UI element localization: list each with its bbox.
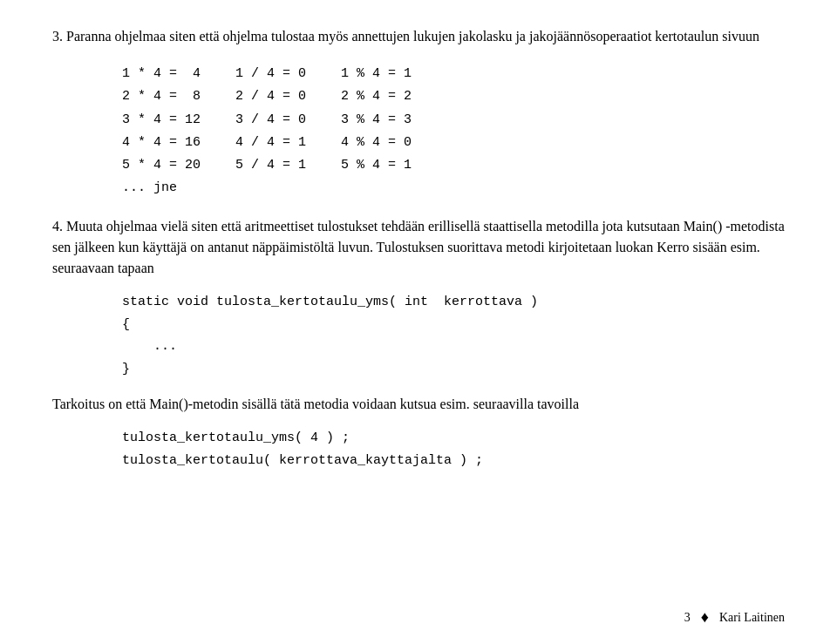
- code-line-1-2: {: [122, 314, 785, 336]
- paragraph-2-text: Tarkoitus on että Main()-metodin sisällä…: [52, 397, 579, 411]
- section-4-paragraph: 4. Muuta ohjelmaa vielä siten että aritm…: [52, 216, 785, 279]
- math-col-2: 1 / 4 = 0 2 / 4 = 0 3 / 4 = 0 4 / 4 = 1 …: [235, 63, 306, 177]
- code-line-2-1: tulosta_kertotaulu_yms( 4 ) ;: [122, 427, 785, 450]
- math-row-3-1: 1 % 4 = 1: [341, 63, 412, 85]
- code-line-1-3: ...: [122, 336, 785, 358]
- math-row-3-4: 4 % 4 = 0: [341, 132, 412, 154]
- math-table: 1 * 4 = 4 2 * 4 = 8 3 * 4 = 12 4 * 4 = 1…: [122, 63, 785, 177]
- code-line-2-3: tulosta_kertotaulu( kerrottava_kayttajal…: [122, 450, 785, 472]
- paragraph-2: Tarkoitus on että Main()-metodin sisällä…: [52, 394, 785, 415]
- code-block-1: static void tulosta_kertotaulu_yms( int …: [122, 291, 785, 380]
- code-block-2: tulosta_kertotaulu_yms( 4 ) ; tulosta_ke…: [122, 427, 785, 471]
- math-row-3-5: 5 % 4 = 1: [341, 154, 412, 177]
- section-4-text: Muuta ohjelmaa vielä siten että aritmeet…: [52, 219, 785, 275]
- math-row-2-1: 1 / 4 = 0: [235, 63, 306, 85]
- math-col-1: 1 * 4 = 4 2 * 4 = 8 3 * 4 = 12 4 * 4 = 1…: [122, 63, 201, 177]
- math-row-2-4: 4 / 4 = 1: [235, 132, 306, 154]
- code-line-1-1: static void tulosta_kertotaulu_yms( int …: [122, 291, 785, 314]
- math-col-3: 1 % 4 = 1 2 % 4 = 2 3 % 4 = 3 4 % 4 = 0 …: [341, 63, 412, 177]
- math-row-3-3: 3 % 4 = 3: [341, 109, 412, 132]
- math-row-1-1: 1 * 4 = 4: [122, 63, 201, 85]
- footer: 3 ♦ Kari Laitinen: [684, 608, 785, 627]
- section-3-heading: 3. Paranna ohjelmaa siten että ohjelma t…: [52, 26, 785, 47]
- jne-line: ... jne: [122, 180, 785, 195]
- math-row-2-2: 2 / 4 = 0: [235, 85, 306, 108]
- math-row-1-2: 2 * 4 = 8: [122, 85, 201, 108]
- footer-page-number: 3: [684, 611, 691, 625]
- math-row-2-5: 5 / 4 = 1: [235, 154, 306, 177]
- footer-author: Kari Laitinen: [719, 611, 785, 625]
- math-row-3-2: 2 % 4 = 2: [341, 85, 412, 108]
- section-3-number: 3.: [52, 29, 63, 44]
- math-row-2-3: 3 / 4 = 0: [235, 109, 306, 132]
- math-row-1-5: 5 * 4 = 20: [122, 154, 201, 177]
- math-row-1-4: 4 * 4 = 16: [122, 132, 201, 154]
- footer-divider: ♦: [701, 608, 709, 627]
- math-row-1-3: 3 * 4 = 12: [122, 109, 201, 132]
- code-line-1-4: }: [122, 358, 785, 381]
- section-3-title: Paranna ohjelmaa siten että ohjelma tulo…: [66, 29, 759, 44]
- section-4-number: 4.: [52, 219, 63, 234]
